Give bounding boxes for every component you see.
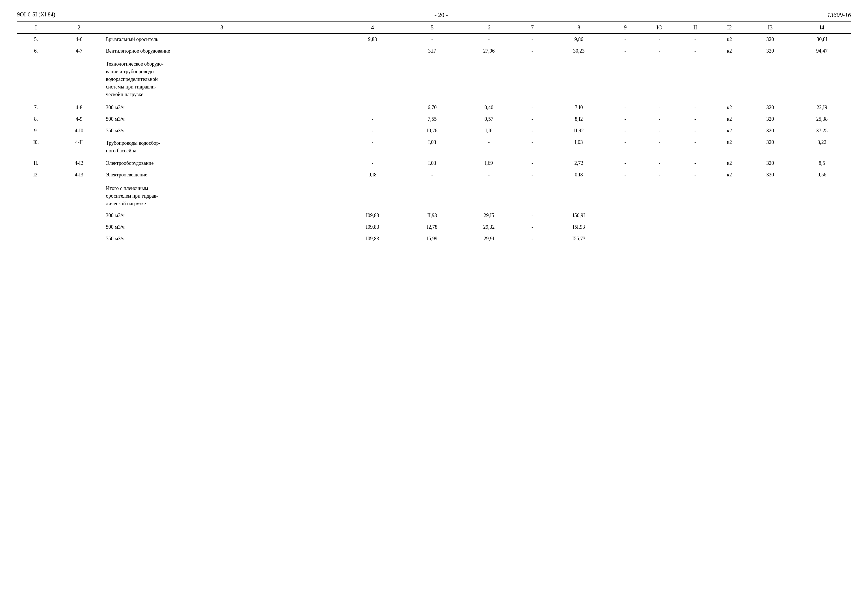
cell-subheader: Технологическое оборудо-вание и трубопро… — [103, 57, 341, 102]
cell-empty — [611, 221, 851, 233]
cell-c9: - — [611, 113, 639, 125]
col-header-4: 4 — [340, 22, 404, 34]
cell-code: 4-I2 — [55, 157, 103, 169]
cell-c8: 9,86 — [547, 34, 611, 45]
cell-c12: к2 — [711, 169, 747, 181]
cell-c8: 7,I0 — [547, 102, 611, 113]
cell-c7: - — [518, 157, 547, 169]
cell-c6: 27,06 — [460, 45, 518, 57]
cell-c14: 0,56 — [793, 169, 851, 181]
cell-c6: 29,32 — [460, 221, 518, 233]
cell-desc: Трубопроводы водосбор-ного бассейна — [103, 137, 341, 157]
cell-c11: - — [679, 137, 711, 157]
cell-c5: I5,99 — [404, 233, 460, 244]
cell-c14: 25,38 — [793, 113, 851, 125]
cell-code: 4-I0 — [55, 125, 103, 137]
cell-code: 4-II — [55, 137, 103, 157]
table-row: 7. 4-8 300 м3/ч 6,70 0,40 - 7,I0 - - - к… — [17, 102, 851, 113]
cell-desc: Электроосвещение — [103, 169, 341, 181]
cell-empty — [55, 57, 103, 102]
cell-empty — [55, 181, 103, 210]
cell-c8: 30,23 — [547, 45, 611, 57]
col-header-9: 9 — [611, 22, 639, 34]
cell-empty — [55, 233, 103, 244]
cell-empty — [55, 221, 103, 233]
cell-c5: I0,76 — [404, 125, 460, 137]
cell-empty — [340, 181, 851, 210]
cell-c13: 320 — [747, 157, 793, 169]
cell-c6: I,69 — [460, 157, 518, 169]
cell-c5: I2,78 — [404, 221, 460, 233]
cell-c4: 9,83 — [340, 34, 404, 45]
cell-c5: I,03 — [404, 137, 460, 157]
cell-c11: - — [679, 125, 711, 137]
cell-desc: 500 м3/ч — [103, 221, 341, 233]
cell-c5: 7,55 — [404, 113, 460, 125]
cell-c12: к2 — [711, 137, 747, 157]
cell-c13: 320 — [747, 45, 793, 57]
main-table: I 2 3 4 5 6 7 8 9 IO II I2 I3 I4 5. 4-6 … — [17, 21, 851, 244]
cell-code: 4-8 — [55, 102, 103, 113]
cell-c6: - — [460, 34, 518, 45]
cell-c6: 0,57 — [460, 113, 518, 125]
cell-c10: - — [639, 34, 679, 45]
subheader-row: Технологическое оборудо-вание и трубопро… — [17, 57, 851, 102]
cell-c8: 8,I2 — [547, 113, 611, 125]
cell-desc: 500 м3/ч — [103, 113, 341, 125]
cell-c4: - — [340, 157, 404, 169]
cell-empty — [17, 57, 55, 102]
cell-c13: 320 — [747, 137, 793, 157]
cell-c10: - — [639, 169, 679, 181]
cell-c12: к2 — [711, 34, 747, 45]
cell-empty — [17, 221, 55, 233]
cell-c8: I50,9I — [547, 210, 611, 221]
cell-c4: - — [340, 125, 404, 137]
summary-label-row: Итого с пленочныморосителем при гидрав-л… — [17, 181, 851, 210]
col-header-1: I — [17, 22, 55, 34]
cell-empty — [611, 233, 851, 244]
cell-num: 8. — [17, 113, 55, 125]
cell-c7: - — [518, 137, 547, 157]
cell-c5: - — [404, 34, 460, 45]
table-row: I0. 4-II Трубопроводы водосбор-ного басс… — [17, 137, 851, 157]
cell-c12: к2 — [711, 45, 747, 57]
cell-c4: - — [340, 113, 404, 125]
col-header-8: 8 — [547, 22, 611, 34]
cell-empty — [17, 181, 55, 210]
cell-c11: - — [679, 169, 711, 181]
cell-c13: 320 — [747, 34, 793, 45]
cell-desc: Электрооборудование — [103, 157, 341, 169]
page-header: 9OI-6-5I (XI.84) - 20 - 13609-16 — [17, 11, 851, 19]
cell-c9: - — [611, 34, 639, 45]
cell-c14: 8,5 — [793, 157, 851, 169]
cell-c4: I09,83 — [340, 221, 404, 233]
cell-c9: - — [611, 157, 639, 169]
header-center: - 20 - — [435, 11, 448, 19]
cell-c10: - — [639, 125, 679, 137]
cell-c8: I,03 — [547, 137, 611, 157]
col-header-10: IO — [639, 22, 679, 34]
table-row: 8. 4-9 500 м3/ч - 7,55 0,57 - 8,I2 - - -… — [17, 113, 851, 125]
cell-c4: - — [340, 137, 404, 157]
cell-c6: 29,I5 — [460, 210, 518, 221]
table-row: I2. 4-I3 Электроосвещение 0,I8 - - - 0,I… — [17, 169, 851, 181]
col-header-5: 5 — [404, 22, 460, 34]
summary-row-750: 750 м3/ч I09,83 I5,99 29,9I - I55,73 — [17, 233, 851, 244]
cell-c14: 94,47 — [793, 45, 851, 57]
cell-desc: 300 м3/ч — [103, 102, 341, 113]
cell-c14: 22,I9 — [793, 102, 851, 113]
cell-desc: 750 м3/ч — [103, 233, 341, 244]
cell-c10: - — [639, 45, 679, 57]
cell-code: 4-6 — [55, 34, 103, 45]
cell-desc: 750 м3/ч — [103, 125, 341, 137]
cell-num: 9. — [17, 125, 55, 137]
cell-c6: - — [460, 137, 518, 157]
cell-c4: I09,83 — [340, 210, 404, 221]
cell-c9: - — [611, 137, 639, 157]
header-right: 13609-16 — [827, 11, 851, 19]
col-header-14: I4 — [793, 22, 851, 34]
summary-row-500: 500 м3/ч I09,83 I2,78 29,32 - I5I,93 — [17, 221, 851, 233]
cell-c5: 3,I7 — [404, 45, 460, 57]
header-left: 9OI-6-5I (XI.84) — [17, 11, 55, 18]
cell-c13: 320 — [747, 113, 793, 125]
